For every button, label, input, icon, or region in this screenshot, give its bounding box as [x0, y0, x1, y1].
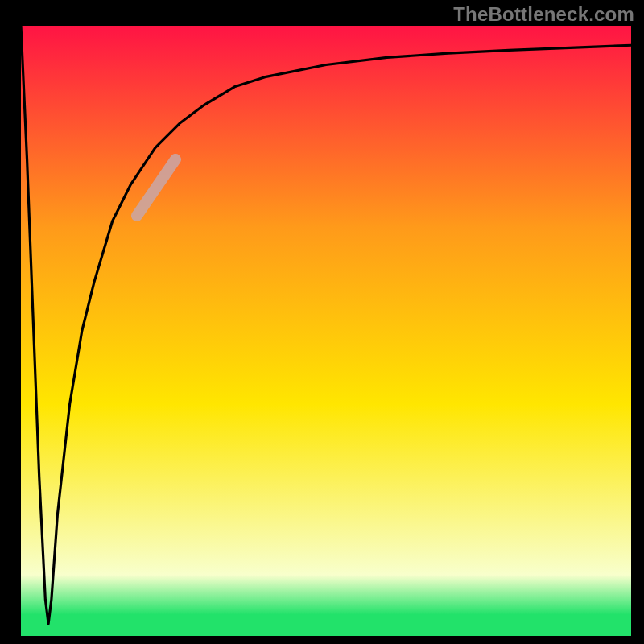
frame-left	[0, 0, 21, 644]
frame-bottom	[0, 636, 644, 644]
plot-background	[21, 26, 631, 636]
watermark-text: TheBottleneck.com	[453, 3, 634, 26]
bottleneck-chart-svg	[0, 0, 644, 644]
frame-right	[631, 0, 644, 644]
chart-container: TheBottleneck.com	[0, 0, 644, 644]
